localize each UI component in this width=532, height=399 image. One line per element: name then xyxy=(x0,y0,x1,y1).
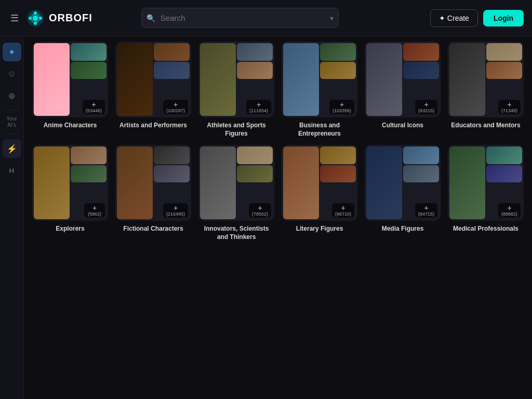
card-images-explorers: +(5862) xyxy=(32,145,108,221)
card-img-small-1 xyxy=(154,147,190,164)
card-img-small-2 xyxy=(403,62,439,79)
category-card-anime-characters[interactable]: +(53446)Anime Characters xyxy=(32,42,108,138)
card-images-fictional-characters: +(216495) xyxy=(115,145,191,221)
sidebar-divider xyxy=(4,110,20,111)
logo-container: ORBOFI xyxy=(26,9,92,28)
plus-icon: + xyxy=(257,101,261,108)
plus-icon: + xyxy=(507,204,511,211)
category-card-media-figures[interactable]: +(84715)Media Figures xyxy=(365,145,441,241)
card-img-small-2 xyxy=(486,62,522,79)
card-count: (71349) xyxy=(501,108,517,113)
card-img-small-1 xyxy=(71,43,107,61)
card-images-media-figures: +(84715) xyxy=(365,145,441,221)
category-card-fictional-characters[interactable]: +(216495)Fictional Characters xyxy=(115,145,191,241)
svg-point-6 xyxy=(39,17,42,20)
card-img-small-2 xyxy=(486,165,522,183)
card-img-small-2 xyxy=(237,62,273,79)
card-count-overlay: +(53446) xyxy=(83,100,105,114)
card-count-overlay: +(96710) xyxy=(332,203,354,218)
category-card-cultural-icons[interactable]: +(63215)Cultural Icons xyxy=(365,42,441,138)
card-img-small-1 xyxy=(154,43,190,61)
sidebar-item-history[interactable]: H xyxy=(3,161,21,180)
sidebar: ✦ ☺ ⊕ YourAI's ⚡ H xyxy=(0,36,24,399)
card-small-grid xyxy=(71,43,107,79)
card-count: (78502) xyxy=(252,211,268,217)
card-img-large xyxy=(34,43,70,116)
sidebar-item-bolt[interactable]: ⚡ xyxy=(3,139,21,158)
card-label-business-entrepreneurs: Business and Entrepreneurs xyxy=(282,122,357,138)
card-images-medical-professionals: +(88882) xyxy=(448,145,524,221)
category-card-artists-performers[interactable]: +(100187)Artists and Performers xyxy=(115,42,191,138)
card-img-large xyxy=(200,43,236,116)
card-count-overlay: +(5862) xyxy=(84,203,105,218)
category-card-innovators-scientists[interactable]: +(78502)Innovators, Scientists and Think… xyxy=(198,145,274,241)
sidebar-item-your-ais[interactable]: YourAI's xyxy=(6,116,17,128)
card-images-educators-mentors: +(71349) xyxy=(448,42,524,117)
card-count-overlay: +(111654) xyxy=(246,100,271,114)
card-small-grid xyxy=(486,43,522,79)
card-img-large xyxy=(117,43,153,116)
category-card-explorers[interactable]: +(5862)Explorers xyxy=(32,145,108,241)
card-img-large xyxy=(283,43,319,116)
card-count-overlay: +(71349) xyxy=(498,100,521,114)
sidebar-item-ai[interactable]: ✦ xyxy=(3,43,21,61)
plus-icon: + xyxy=(91,101,96,108)
card-label-anime-characters: Anime Characters xyxy=(44,122,97,130)
card-img-small-2 xyxy=(71,165,107,183)
card-count: (84715) xyxy=(418,211,434,217)
card-small-grid xyxy=(237,43,273,79)
card-img-small-2 xyxy=(320,165,356,183)
card-count: (96710) xyxy=(335,211,351,217)
category-card-athletes-sports[interactable]: +(111654)Athletes and Sports Figures xyxy=(198,42,274,138)
card-img-small-1 xyxy=(237,147,273,164)
card-label-medical-professionals: Medical Professionals xyxy=(453,225,518,233)
card-img-large xyxy=(449,43,485,116)
your-ais-icon: YourAI's xyxy=(6,116,17,128)
hamburger-icon[interactable]: ☰ xyxy=(8,10,21,26)
bolt-icon: ⚡ xyxy=(7,144,17,154)
logo-icon xyxy=(26,9,45,28)
card-small-grid xyxy=(486,147,522,182)
card-small-grid xyxy=(154,147,190,182)
header: ☰ ORBOFI 🔍 ▾ ✦ Create Login xyxy=(0,0,532,36)
card-images-business-entrepreneurs: +(103356) xyxy=(282,42,357,117)
card-label-literary-figures: Literary Figures xyxy=(296,225,343,233)
card-small-grid xyxy=(237,147,273,182)
category-card-literary-figures[interactable]: +(96710)Literary Figures xyxy=(282,145,357,241)
sidebar-item-face[interactable]: ☺ xyxy=(3,64,21,83)
search-bar: 🔍 ▾ xyxy=(141,8,339,28)
category-grid: +(53446)Anime Characters+(100187)Artists… xyxy=(32,42,524,241)
card-img-large xyxy=(117,147,153,219)
card-count: (103356) xyxy=(332,108,351,113)
card-count: (88882) xyxy=(501,211,517,217)
svg-point-3 xyxy=(34,11,37,15)
card-img-large xyxy=(449,147,485,219)
search-input[interactable] xyxy=(141,8,339,28)
card-small-grid xyxy=(320,147,356,182)
svg-point-4 xyxy=(34,22,37,25)
card-img-small-2 xyxy=(403,165,439,183)
sidebar-item-globe[interactable]: ⊕ xyxy=(3,86,21,105)
card-img-small-1 xyxy=(486,147,522,164)
card-small-grid xyxy=(403,43,439,79)
card-label-media-figures: Media Figures xyxy=(382,225,424,233)
card-images-artists-performers: +(100187) xyxy=(115,42,191,117)
login-button[interactable]: Login xyxy=(483,10,524,26)
card-small-grid xyxy=(154,43,190,79)
create-button[interactable]: ✦ Create xyxy=(430,9,478,27)
category-card-business-entrepreneurs[interactable]: +(103356)Business and Entrepreneurs xyxy=(282,42,357,138)
card-img-small-2 xyxy=(237,165,273,183)
header-right: ✦ Create Login xyxy=(430,9,524,27)
face-icon: ☺ xyxy=(7,69,16,78)
category-card-medical-professionals[interactable]: +(88882)Medical Professionals xyxy=(448,145,524,241)
card-img-large xyxy=(283,147,319,219)
plus-icon: + xyxy=(424,204,428,211)
plus-icon: + xyxy=(92,204,97,211)
card-count: (53446) xyxy=(86,108,102,113)
plus-icon: + xyxy=(507,101,511,108)
plus-icon: + xyxy=(174,101,178,108)
card-img-large xyxy=(34,147,70,219)
card-images-innovators-scientists: +(78502) xyxy=(198,145,274,221)
category-card-educators-mentors[interactable]: +(71349)Educators and Mentors xyxy=(448,42,524,138)
card-count-overlay: +(63215) xyxy=(415,100,437,114)
